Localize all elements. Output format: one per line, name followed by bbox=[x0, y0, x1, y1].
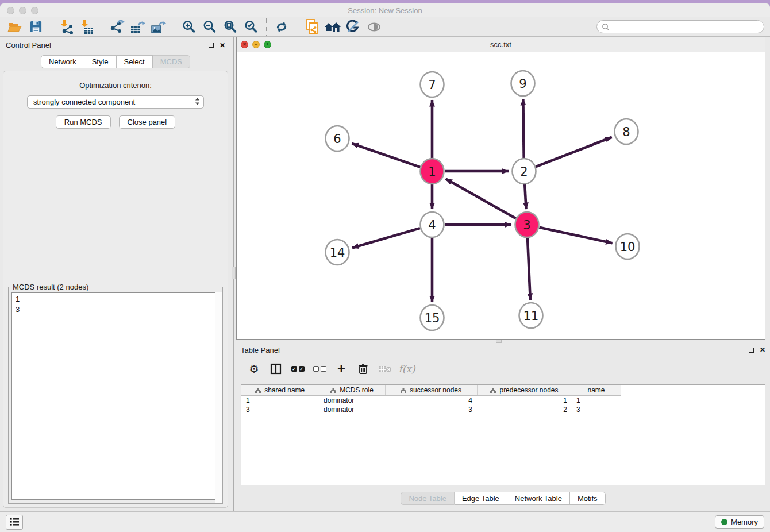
toggle-glyph-icon[interactable] bbox=[344, 18, 363, 36]
refresh-view-icon[interactable] bbox=[272, 18, 291, 36]
deselect-all-button[interactable] bbox=[312, 361, 327, 376]
tab-network[interactable]: Network bbox=[41, 55, 84, 68]
svg-text:6: 6 bbox=[333, 132, 341, 146]
table-row[interactable]: 3dominator323 bbox=[241, 405, 621, 414]
graph-node-10[interactable]: 10 bbox=[616, 234, 640, 259]
graph-node-9[interactable]: 9 bbox=[511, 71, 535, 96]
home-icon[interactable] bbox=[324, 18, 342, 36]
tab-style[interactable]: Style bbox=[84, 55, 117, 68]
column-header-successor-nodes[interactable]: successor nodes bbox=[385, 385, 477, 396]
graph-edge-2-8[interactable] bbox=[536, 137, 612, 167]
graph-node-14[interactable]: 14 bbox=[326, 240, 349, 265]
graph-node-7[interactable]: 7 bbox=[421, 72, 444, 97]
column-header-name[interactable]: name bbox=[572, 385, 621, 396]
memory-button[interactable]: Memory bbox=[715, 515, 764, 529]
search-box[interactable] bbox=[596, 20, 764, 33]
tab-network-table[interactable]: Network Table bbox=[507, 492, 570, 505]
optimization-select[interactable]: strongly connected component bbox=[27, 95, 204, 109]
list-icon bbox=[10, 518, 20, 526]
export-image-icon[interactable] bbox=[149, 18, 168, 36]
show-hide-columns-button[interactable] bbox=[268, 361, 283, 376]
close-panel-icon[interactable]: ✕ bbox=[220, 42, 225, 49]
panel-divider[interactable] bbox=[231, 37, 236, 511]
zoom-in-icon[interactable] bbox=[180, 18, 198, 36]
network-canvas[interactable]: 7968124314101511 bbox=[237, 52, 765, 339]
import-network-icon[interactable] bbox=[57, 18, 75, 36]
table-header[interactable]: shared nameMCDS rolesuccessor nodesprede… bbox=[241, 385, 621, 396]
zoom-selected-icon[interactable] bbox=[242, 18, 260, 36]
table-body[interactable]: 1dominator4113dominator323 bbox=[241, 396, 621, 415]
import-table-icon[interactable] bbox=[78, 18, 96, 36]
column-header-predecessor-nodes[interactable]: predecessor nodes bbox=[477, 385, 572, 396]
export-network-icon[interactable] bbox=[108, 18, 126, 36]
horizontal-splitter[interactable] bbox=[236, 340, 765, 343]
table-close-icon[interactable]: ✕ bbox=[760, 346, 765, 353]
tab-edge-table[interactable]: Edge Table bbox=[455, 492, 507, 505]
save-session-icon[interactable] bbox=[26, 18, 45, 36]
eye-icon[interactable] bbox=[365, 18, 383, 36]
add-column-button[interactable]: + bbox=[334, 361, 349, 376]
toolbar-separator bbox=[266, 18, 267, 36]
zoom-out-icon[interactable] bbox=[201, 18, 219, 36]
toolbar-separator bbox=[51, 18, 51, 36]
graph-edge-2-9[interactable] bbox=[523, 99, 523, 159]
search-input[interactable] bbox=[613, 22, 759, 32]
unchecked-boxes-icon bbox=[313, 366, 326, 372]
columns-icon bbox=[270, 363, 282, 375]
graph-edge-3-10[interactable] bbox=[539, 228, 612, 244]
column-header-shared-name[interactable]: shared name bbox=[241, 385, 319, 396]
column-header-mcds-role[interactable]: MCDS role bbox=[319, 385, 385, 396]
svg-text:1: 1 bbox=[428, 165, 436, 179]
graph-edge-3-1[interactable] bbox=[446, 179, 516, 218]
close-panel-button[interactable]: Close panel bbox=[119, 115, 176, 129]
graph-node-8[interactable]: 8 bbox=[615, 119, 638, 144]
toolbar-separator bbox=[297, 18, 297, 36]
graph-edge-1-6[interactable] bbox=[352, 144, 421, 167]
graph-node-15[interactable]: 15 bbox=[421, 305, 444, 330]
table-options-button[interactable]: ⚙ bbox=[247, 361, 261, 376]
function-builder-button: f(x) bbox=[399, 361, 414, 376]
tab-select[interactable]: Select bbox=[117, 55, 153, 68]
gear-icon: ⚙ bbox=[249, 363, 259, 376]
graph-node-2[interactable]: 2 bbox=[513, 159, 536, 184]
float-panel-icon[interactable] bbox=[209, 43, 214, 48]
tab-motifs[interactable]: Motifs bbox=[570, 492, 606, 505]
memory-label: Memory bbox=[731, 518, 758, 526]
graph-node-6[interactable]: 6 bbox=[326, 126, 349, 151]
mcds-result-scrollbar[interactable] bbox=[215, 292, 222, 503]
tab-mcds[interactable]: MCDS bbox=[153, 55, 190, 68]
duplicate-network-icon[interactable] bbox=[303, 18, 321, 36]
node-table[interactable]: shared nameMCDS rolesuccessor nodesprede… bbox=[241, 384, 765, 485]
graph-edge-4-14[interactable] bbox=[352, 228, 420, 248]
graph-edge-2-3[interactable] bbox=[525, 184, 526, 209]
run-mcds-button[interactable]: Run MCDS bbox=[56, 115, 111, 129]
export-table-icon[interactable] bbox=[129, 18, 147, 36]
mcds-panel: Optimization criterion: strongly connect… bbox=[3, 71, 228, 508]
toolbar-separator bbox=[102, 18, 102, 36]
svg-text:7: 7 bbox=[428, 78, 436, 92]
select-chevrons-icon bbox=[195, 97, 200, 107]
mcds-result-box: MCDS result (2 nodes) 1 3 bbox=[8, 283, 223, 504]
select-all-button[interactable]: ✓✓ bbox=[290, 361, 305, 376]
title-bar[interactable]: Session: New Session bbox=[0, 3, 770, 17]
splitter-handle[interactable] bbox=[496, 340, 502, 343]
graph-node-1[interactable]: 1 bbox=[421, 159, 444, 184]
table-row[interactable]: 1dominator411 bbox=[241, 396, 621, 406]
svg-text:15: 15 bbox=[425, 311, 440, 325]
table-float-icon[interactable] bbox=[749, 348, 754, 353]
network-window-titlebar[interactable]: ✕ – + scc.txt bbox=[237, 37, 765, 52]
graph-node-11[interactable]: 11 bbox=[519, 303, 543, 328]
graph-node-3[interactable]: 3 bbox=[515, 212, 539, 237]
delete-column-button[interactable] bbox=[356, 361, 371, 376]
tab-node-table[interactable]: Node Table bbox=[401, 492, 455, 505]
network-title: scc.txt bbox=[237, 40, 765, 49]
zoom-fit-icon[interactable] bbox=[221, 18, 240, 36]
mcds-result-text[interactable]: 1 3 bbox=[11, 292, 220, 500]
main-toolbar bbox=[0, 17, 770, 37]
open-file-icon[interactable] bbox=[6, 18, 24, 36]
divider-handle[interactable] bbox=[232, 267, 236, 279]
svg-text:3: 3 bbox=[523, 218, 530, 232]
task-history-button[interactable] bbox=[6, 515, 23, 530]
graph-node-4[interactable]: 4 bbox=[421, 212, 444, 237]
graph-edge-3-11[interactable] bbox=[528, 237, 530, 300]
